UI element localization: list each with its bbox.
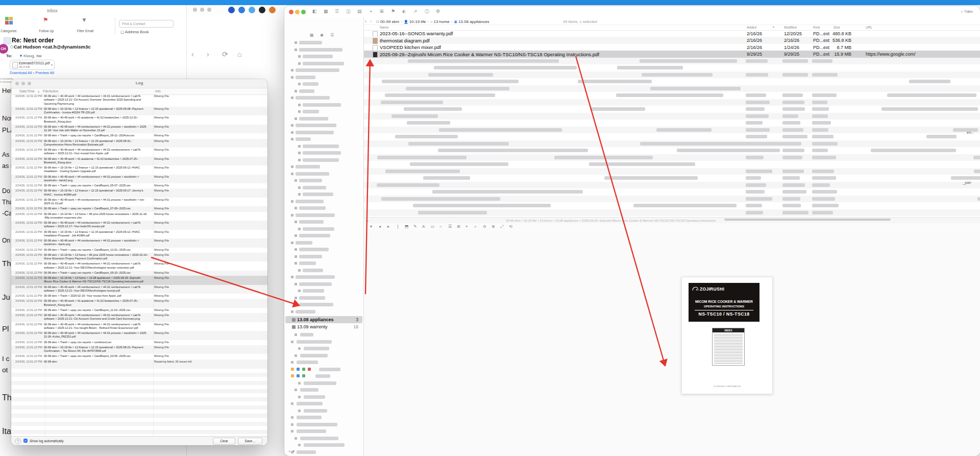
column-kind[interactable]: Kind: [813, 26, 820, 29]
log-row[interactable]: 2/24/26, 12:01:22 PM00-99 skm > 40-49 wo…: [11, 175, 267, 184]
log-row[interactable]: 2/24/26, 12:01:22 PM00-99 skm > 40-49 wo…: [11, 331, 267, 340]
log-row[interactable]: 2/24/26, 12:01:22 PM00-99 skm > 40-49 wo…: [11, 238, 267, 248]
column-added[interactable]: Added: [747, 26, 756, 29]
breadcrumb-item[interactable]: 13.08 appliances: [458, 19, 489, 24]
edit-icon[interactable]: ✎: [413, 225, 417, 229]
attachment-chip[interactable]: Estimate5720111.pdf 36.4 KB ▾: [10, 60, 55, 70]
close-button[interactable]: [289, 10, 293, 14]
search-field[interactable]: ⌕ */dev: [961, 9, 973, 14]
log-row[interactable]: 2/24/26, 12:01:22 PM00-99 skm > 10-19 li…: [11, 230, 267, 239]
collapse-icon[interactable]: ▾: [370, 225, 372, 229]
forward-icon[interactable]: ›: [370, 18, 372, 24]
log-title-bar[interactable]: Log: [11, 79, 267, 88]
find-contact-input[interactable]: Find a Contact: [119, 20, 174, 28]
sender-avatar[interactable]: CH: [0, 44, 8, 54]
log-row[interactable]: 2/24/26, 12:01:22 PM00-99 skm > Trash > …: [11, 248, 267, 253]
file-row[interactable]: thermostat diagram.pdf2/16/262/16/26PD..…: [364, 37, 980, 44]
back-icon[interactable]: ‹: [191, 51, 194, 58]
gear-icon[interactable]: ⚙: [436, 9, 440, 14]
log-row[interactable]: 2/24/26, 12:01:22 PM00-99 skm > 40-49 wo…: [11, 261, 267, 271]
file-row[interactable]: 2025-09-29--Zojirushi Micom Rice Cooker …: [364, 51, 980, 58]
columns-icon[interactable]: ◫: [346, 9, 351, 14]
log-row[interactable]: 2/24/26, 12:01:22 PM00-99 skm > 40-49 wo…: [11, 125, 267, 134]
flag-icon[interactable]: ⚑: [391, 9, 395, 14]
sidebar-footer-buttons[interactable]: ＋ ▾: [287, 448, 295, 454]
breadcrumb-item[interactable]: 00-99 skm: [380, 19, 399, 24]
home-icon[interactable]: ⌂: [237, 51, 241, 58]
search-icon[interactable]: ⌕: [474, 225, 476, 229]
oval-icon[interactable]: ○: [439, 225, 442, 229]
log-row[interactable]: 2/24/26, 12:01:22 PM00-99 skm > 40-49 wo…: [11, 285, 267, 294]
tab-favicon[interactable]: [269, 7, 276, 13]
list-view-icon[interactable]: ☰: [330, 33, 334, 37]
tag-icon[interactable]: ⬖: [402, 9, 406, 14]
tab-favicon[interactable]: [259, 7, 265, 13]
zoom-out-icon[interactable]: ⊖: [483, 225, 486, 229]
pdf-toolbar[interactable]: ▾◂▸❘⬒✎A▭○☰⊞⌖⌕⊖⊕⤢⟲: [364, 223, 980, 232]
fit-icon[interactable]: ⤢: [500, 225, 503, 229]
log-row[interactable]: 2/24/26, 12:01:22 PM00-99 skm > 40-49 wo…: [11, 198, 267, 207]
log-row[interactable]: 2/24/26, 12:01:22 PM00-99 skm > 40-49 wo…: [11, 148, 267, 157]
categorize-icon[interactable]: [5, 17, 13, 25]
preview-all-link[interactable]: Preview All: [35, 70, 54, 75]
log-row[interactable]: 2/24/26, 12:01:27 PM00-99 skmRepairing f…: [11, 359, 267, 365]
list-icon[interactable]: ☰: [448, 225, 452, 229]
sidebar-item-13-08-appliances[interactable]: 13.08 appliances3: [285, 316, 362, 323]
log-row[interactable]: 2/24/26, 12:01:22 PM00-99 skm > Trash > …: [11, 183, 267, 188]
sidebar-options-icon[interactable]: ▾: [292, 449, 295, 453]
email-to[interactable]: Kloog, Itai: [23, 54, 42, 58]
column-name[interactable]: Name: [380, 26, 388, 29]
column-size[interactable]: Size: [834, 26, 840, 29]
zoom-button[interactable]: [301, 10, 306, 14]
log-row[interactable]: 2/24/26, 12:01:22 PM00-99 skm > Trash > …: [11, 271, 267, 276]
help-button[interactable]: ?: [15, 438, 21, 444]
add-icon[interactable]: ＋: [369, 9, 373, 14]
log-row[interactable]: 2/24/26, 12:01:22 PM00-99 skm > Trash > …: [11, 354, 267, 359]
text-icon[interactable]: A: [422, 225, 425, 229]
log-row[interactable]: 2/24/26, 12:01:22 PM00-99 skm > Trash > …: [11, 340, 267, 345]
eye-icon[interactable]: ◉: [320, 33, 324, 37]
clear-button[interactable]: Clear: [213, 438, 235, 445]
log-row[interactable]: 2/24/26, 12:01:22 PM00-99 skm > Trash > …: [11, 308, 267, 313]
tab-favicon[interactable]: [238, 7, 245, 13]
log-row[interactable]: 2/24/26, 12:01:22 PM00-99 skm > 10-19 li…: [11, 188, 267, 198]
log-row[interactable]: 2/24/26, 12:01:22 PM00-99 skm > 40-49 wo…: [11, 299, 267, 308]
follow-up-flag-icon[interactable]: ⚑: [43, 16, 48, 23]
column-date-time[interactable]: Date/Time: [19, 89, 35, 93]
next-page-icon[interactable]: ▸: [387, 225, 389, 229]
forward-icon[interactable]: ›: [207, 51, 209, 58]
minimize-button[interactable]: [295, 10, 300, 14]
column-modified[interactable]: Modified: [784, 26, 797, 29]
grid-icon[interactable]: ▦: [324, 9, 328, 14]
address-book-button[interactable]: ▢ Address Book: [120, 30, 149, 34]
browser-tab-strip[interactable]: [186, 5, 284, 14]
rect-icon[interactable]: ▭: [431, 225, 435, 229]
log-row[interactable]: 2/24/26, 12:01:22 PM00-99 skm > 40-49 wo…: [11, 313, 267, 322]
log-row[interactable]: 2/24/26, 12:01:22 PM00-99 skm > 10-19 li…: [11, 107, 267, 116]
file-row[interactable]: 2023-05-16--SONOS warranty.pdf2/16/2612/…: [364, 30, 980, 37]
divider-icon[interactable]: ❘: [396, 225, 400, 229]
disclosure-icon[interactable]: ▸: [367, 219, 369, 222]
sidebar-icon[interactable]: ◧: [312, 9, 317, 14]
rotate-icon[interactable]: ⟲: [509, 225, 512, 229]
pdf-page-thumbnail[interactable]: ZOJIRUSHI MICOM RICE COOKER & WARMER OPE…: [681, 277, 773, 394]
thumbnail-icon[interactable]: ⬒: [405, 225, 409, 229]
grid-view-icon[interactable]: ▦: [310, 33, 314, 37]
log-table[interactable]: 2/24/26, 12:01:22 PM00-99 skm > 40-49 wo…: [11, 94, 267, 437]
card-icon[interactable]: ▤: [357, 9, 362, 14]
log-row[interactable]: 2/24/26, 12:01:22 PM00-99 skm > 10-19 li…: [11, 345, 267, 354]
list-icon[interactable]: ☰: [335, 9, 339, 14]
email-from[interactable]: Cat Hudson <cat.h@dynamism3c: [14, 44, 90, 50]
log-row[interactable]: 2/24/26, 12:01:22 PM00-99 skm > 10-19 li…: [11, 276, 267, 285]
save-button[interactable]: Save…: [238, 438, 262, 445]
browser-minimize-button[interactable]: [200, 8, 204, 12]
add-group-icon[interactable]: ＋: [287, 449, 292, 453]
log-row[interactable]: 2/24/26, 12:01:22 PM00-99 skm > 10-19 li…: [11, 212, 267, 221]
log-row[interactable]: 2/24/26, 12:01:22 PM00-99 skm > 10-19 li…: [11, 165, 267, 175]
info-icon[interactable]: ⓘ: [425, 9, 429, 14]
log-row[interactable]: 2/24/26, 12:01:22 PM00-99 skm > Trash > …: [11, 294, 267, 299]
folder-plus-icon[interactable]: ⊞: [380, 9, 384, 14]
browser-zoom-button[interactable]: [207, 8, 211, 12]
file-row[interactable]: VSOPEED kitchen mixer.pdf2/16/261/24/26P…: [364, 44, 980, 51]
zoom-in-icon[interactable]: ⊕: [492, 225, 495, 229]
